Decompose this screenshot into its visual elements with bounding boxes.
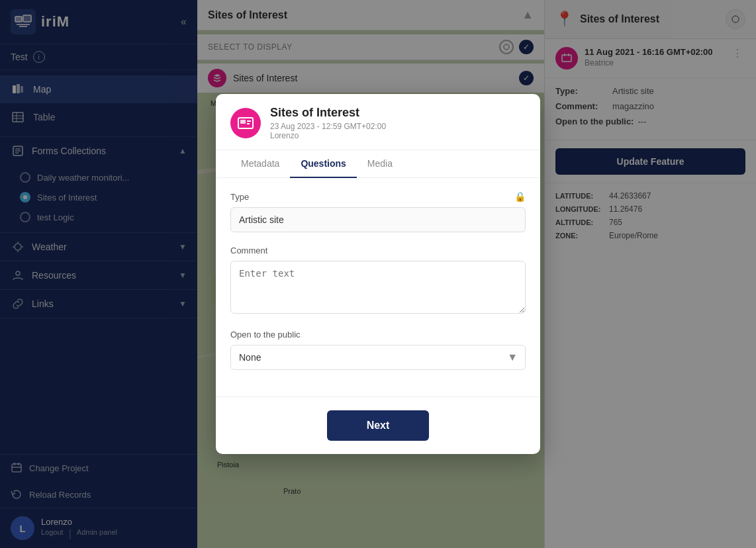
- modal: Sites of Interest 23 Aug 2023 - 12:59 GM…: [216, 94, 540, 454]
- modal-user: Lorenzo: [270, 131, 386, 140]
- tab-metadata[interactable]: Metadata: [230, 150, 290, 178]
- modal-footer: Next: [216, 396, 540, 454]
- modal-header: Sites of Interest 23 Aug 2023 - 12:59 GM…: [216, 94, 540, 150]
- type-field-input[interactable]: [230, 207, 526, 232]
- form-group-open-to-public: Open to the public None Yes No ▼: [230, 330, 526, 370]
- modal-overlay[interactable]: Sites of Interest 23 Aug 2023 - 12:59 GM…: [0, 0, 756, 548]
- tab-questions[interactable]: Questions: [290, 150, 356, 178]
- type-field-label: Type 🔒: [230, 191, 526, 202]
- comment-field-textarea[interactable]: [230, 261, 526, 314]
- modal-tabs: Metadata Questions Media: [216, 150, 540, 178]
- open-to-public-select[interactable]: None Yes No: [230, 345, 526, 370]
- form-group-comment: Comment: [230, 246, 526, 316]
- comment-field-label: Comment: [230, 246, 526, 255]
- lock-icon: 🔒: [514, 191, 526, 202]
- next-button[interactable]: Next: [327, 410, 430, 441]
- modal-datetime: 23 Aug 2023 - 12:59 GMT+02:00: [270, 122, 386, 131]
- modal-icon: [230, 108, 261, 138]
- form-group-type: Type 🔒: [230, 191, 526, 232]
- modal-body: Type 🔒 Comment Open to the public: [216, 178, 540, 396]
- svg-rect-49: [240, 120, 246, 124]
- modal-title: Sites of Interest: [270, 106, 386, 120]
- tab-media[interactable]: Media: [357, 150, 403, 178]
- open-to-public-select-wrapper: None Yes No ▼: [230, 345, 526, 370]
- open-to-public-label: Open to the public: [230, 330, 526, 340]
